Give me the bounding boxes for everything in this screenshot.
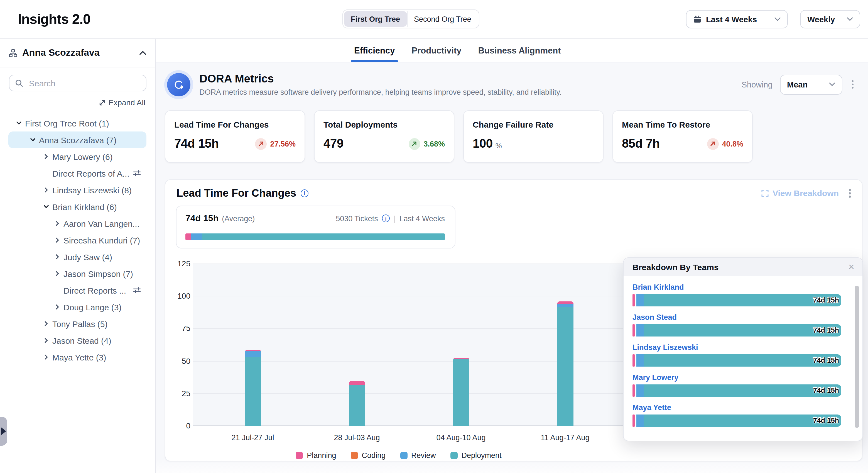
team-bar-planning bbox=[632, 354, 635, 366]
tree-item[interactable]: Sireesha Kunduri (7) bbox=[8, 232, 147, 248]
tree-item-label: Brian Kirkland (6) bbox=[52, 202, 117, 211]
metric-card: Mean Time To Restore85d 7h40.8% bbox=[613, 110, 753, 163]
tree-item-label: Doug Lange (3) bbox=[63, 302, 122, 312]
view-breakdown-button[interactable]: View Breakdown bbox=[761, 188, 839, 198]
close-icon[interactable]: ✕ bbox=[848, 263, 855, 271]
tree-item-label: Judy Saw (4) bbox=[63, 252, 112, 262]
trend-up-arrow-icon bbox=[408, 138, 420, 150]
showing-select[interactable]: Mean bbox=[780, 75, 842, 94]
team-row: Mary Lowery74d 15h bbox=[632, 373, 841, 397]
metric-card-value-row: 74d 15h27.56% bbox=[174, 137, 296, 151]
legend-swatch bbox=[400, 452, 407, 459]
team-stacked-bar: 74d 15h bbox=[632, 354, 841, 366]
bar-segment-planning bbox=[557, 302, 573, 304]
metric-card: Total Deployments4793.68% bbox=[314, 110, 454, 163]
team-name-link[interactable]: Mary Lowery bbox=[632, 373, 841, 382]
top-bar: Insights 2.0 First Org TreeSecond Org Tr… bbox=[0, 0, 868, 39]
metric-card-value-row: 85d 7h40.8% bbox=[622, 137, 743, 151]
tree-item[interactable]: Direct Reports ... bbox=[8, 282, 147, 299]
dora-title: DORA Metrics bbox=[199, 72, 562, 85]
date-range-select[interactable]: Last 4 Weeks bbox=[686, 10, 788, 28]
team-bar-deployment bbox=[644, 414, 841, 427]
sidebar-expand-handle[interactable] bbox=[0, 417, 7, 446]
bar-segment-deployment bbox=[557, 307, 573, 426]
org-tree-toggle-button[interactable]: Second Org Tree bbox=[407, 11, 478, 27]
tree-item[interactable]: Aaron Van Langen... bbox=[8, 215, 147, 232]
sidebar-search[interactable] bbox=[9, 75, 147, 91]
tab-efficiency[interactable]: Efficiency bbox=[353, 39, 396, 62]
trend-up-arrow-icon bbox=[255, 138, 267, 150]
chart-bar bbox=[453, 358, 469, 426]
chevron-up-icon[interactable] bbox=[139, 51, 147, 55]
tab-business-alignment[interactable]: Business Alignment bbox=[477, 39, 562, 62]
tree-item-label: Maya Yette (3) bbox=[52, 352, 106, 362]
metric-card-title: Mean Time To Restore bbox=[622, 120, 743, 129]
chevron-down-icon bbox=[43, 203, 50, 210]
y-axis-tick-label: 0 bbox=[165, 421, 190, 430]
main-content: EfficiencyProductivityBusiness Alignment… bbox=[156, 39, 868, 473]
org-tree-toggle: First Org TreeSecond Org Tree bbox=[342, 9, 479, 28]
tree-item-label: Sireesha Kunduri (7) bbox=[63, 235, 140, 245]
team-bar-value: 74d 15h bbox=[813, 326, 839, 334]
team-name-link[interactable]: Brian Kirkland bbox=[632, 283, 841, 291]
metric-delta-value: 27.56% bbox=[270, 140, 296, 148]
tree-item[interactable]: Judy Saw (4) bbox=[8, 248, 147, 265]
filter-tune-icon[interactable] bbox=[133, 169, 141, 177]
x-axis-tick-label: 21 Jul-27 Jul bbox=[231, 434, 274, 442]
team-name-link[interactable]: Jason Stead bbox=[632, 313, 841, 322]
tree-item[interactable]: Maya Yette (3) bbox=[8, 349, 147, 365]
team-bar-value: 74d 15h bbox=[813, 296, 839, 304]
chevron-right-icon bbox=[54, 237, 61, 243]
tree-item[interactable]: Jason Stead (4) bbox=[8, 332, 147, 349]
x-axis-tick-label: 11 Aug-17 Aug bbox=[540, 434, 589, 442]
chevron-right-icon bbox=[43, 153, 50, 160]
org-tree-toggle-button[interactable]: First Org Tree bbox=[344, 11, 407, 27]
sidebar-header: Anna Scozzafava bbox=[0, 39, 155, 67]
tree-item[interactable]: Direct Reports of A... bbox=[8, 165, 147, 182]
metric-card-title: Total Deployments bbox=[323, 120, 445, 129]
tab-productivity[interactable]: Productivity bbox=[410, 39, 462, 62]
tree-item[interactable]: Tony Pallas (5) bbox=[8, 315, 147, 332]
team-name-link[interactable]: Lindsay Liszewski bbox=[632, 343, 841, 352]
showing-value: Mean bbox=[787, 80, 808, 89]
metric-card-suffix: % bbox=[496, 141, 502, 150]
app-title: Insights 2.0 bbox=[18, 11, 91, 27]
divider: | bbox=[394, 214, 396, 223]
search-input[interactable] bbox=[28, 78, 141, 88]
dora-menu-kebab-icon[interactable] bbox=[849, 78, 856, 91]
lead-time-kebab-icon[interactable] bbox=[846, 187, 853, 200]
metric-card: Lead Time For Changes74d 15h27.56% bbox=[165, 110, 305, 163]
dora-cycle-icon bbox=[167, 73, 190, 96]
info-icon[interactable] bbox=[301, 189, 308, 197]
chevron-right-icon bbox=[43, 187, 50, 193]
metric-delta-value: 40.8% bbox=[722, 140, 743, 148]
search-icon bbox=[15, 79, 23, 87]
panel-scrollbar-thumb[interactable] bbox=[855, 286, 859, 428]
filter-tune-icon[interactable] bbox=[133, 286, 141, 294]
legend-item: Coding bbox=[350, 451, 385, 460]
metric-card-title: Change Failure Rate bbox=[473, 120, 594, 129]
tree-item-label: Lindsay Liszewski (8) bbox=[52, 185, 132, 195]
tree-item[interactable]: Mary Lowery (6) bbox=[8, 148, 147, 165]
team-bar-deployment bbox=[644, 324, 841, 336]
team-bar-planning bbox=[632, 294, 635, 306]
tree-item[interactable]: Jason Simpson (7) bbox=[8, 265, 147, 282]
tree-item[interactable]: First Org Tree Root (1) bbox=[8, 115, 147, 131]
expand-all-button[interactable]: Expand All bbox=[0, 98, 155, 107]
tree-item[interactable]: Lindsay Liszewski (8) bbox=[8, 182, 147, 198]
summary-stacked-bar bbox=[185, 233, 445, 240]
fullscreen-icon bbox=[761, 189, 769, 197]
summary-segment-review bbox=[191, 233, 202, 240]
team-stacked-bar: 74d 15h bbox=[632, 414, 841, 427]
tree-item[interactable]: Doug Lange (3) bbox=[8, 299, 147, 315]
info-icon[interactable] bbox=[382, 214, 390, 222]
summary-average-label: (Average) bbox=[222, 214, 255, 223]
chevron-down-icon bbox=[847, 17, 853, 21]
tree-item-label: Mary Lowery (6) bbox=[52, 152, 113, 161]
tree-item[interactable]: Anna Scozzafava (7) bbox=[8, 131, 147, 148]
granularity-select[interactable]: Weekly bbox=[800, 10, 860, 28]
legend-item: Planning bbox=[296, 451, 336, 460]
team-name-link[interactable]: Maya Yette bbox=[632, 403, 841, 412]
tree-item[interactable]: Brian Kirkland (6) bbox=[8, 198, 147, 215]
bar-segment-review bbox=[557, 304, 573, 307]
